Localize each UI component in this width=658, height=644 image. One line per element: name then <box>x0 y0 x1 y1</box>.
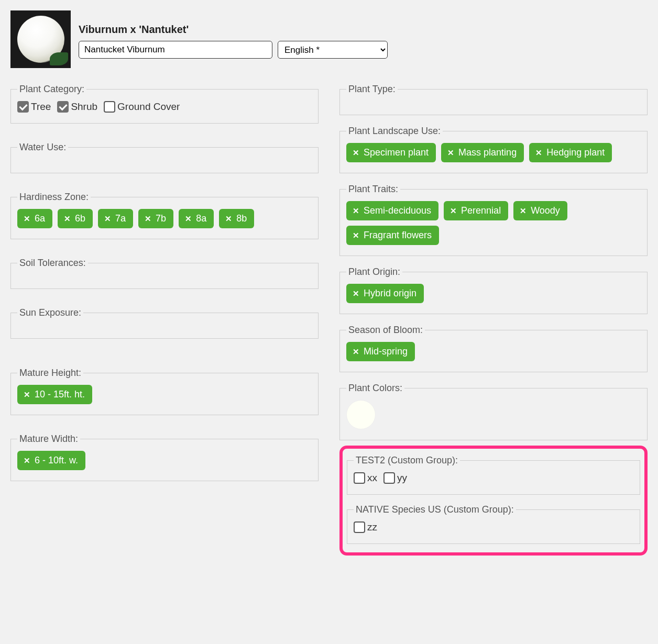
plant-type-legend: Plant Type: <box>346 84 398 95</box>
season-of-bloom-fieldset: Season of Bloom: ✕Mid-spring <box>339 325 648 372</box>
mature-height-legend: Mature Height: <box>17 368 83 379</box>
plant-category-fieldset: Plant Category: TreeShrubGround Cover <box>10 84 319 124</box>
landscape-use-tag[interactable]: ✕Mass planting <box>441 143 524 162</box>
plant-category-label: Ground Cover <box>117 101 180 113</box>
plant-colors-fieldset: Plant Colors: <box>339 383 648 440</box>
plant-category-checkbox[interactable] <box>17 101 29 113</box>
native-checkbox[interactable] <box>354 521 365 533</box>
custom-native-legend: NATIVE Species US (Custom Group): <box>354 504 516 515</box>
landscape-use-tag[interactable]: ✕Specimen plant <box>346 143 436 162</box>
plant-trait-tag[interactable]: ✕Fragrant flowers <box>346 226 439 245</box>
sun-exposure-legend: Sun Exposure: <box>17 307 83 318</box>
plant-thumbnail[interactable] <box>10 10 71 68</box>
remove-icon[interactable]: ✕ <box>353 348 359 356</box>
plant-origin-fieldset: Plant Origin: ✕Hybrid origin <box>339 267 648 314</box>
plant-category-checkbox[interactable] <box>57 101 69 113</box>
header: Viburnum x 'Nantuket' English * <box>10 10 648 68</box>
plant-origin-tag-label: Hybrid origin <box>364 288 416 299</box>
remove-icon[interactable]: ✕ <box>353 149 359 157</box>
hardiness-zone-tag[interactable]: ✕8b <box>219 209 254 228</box>
hardiness-zone-tag[interactable]: ✕8a <box>179 209 214 228</box>
custom-native-fieldset: NATIVE Species US (Custom Group): zz <box>347 504 640 544</box>
remove-icon[interactable]: ✕ <box>353 207 359 215</box>
hardiness-zone-tag[interactable]: ✕6b <box>58 209 93 228</box>
test2-checkbox[interactable] <box>383 472 395 484</box>
mature-height-tag-label: 10 - 15ft. ht. <box>35 389 85 400</box>
remove-icon[interactable]: ✕ <box>104 215 111 223</box>
hardiness-zone-tag-label: 6a <box>35 213 45 224</box>
soil-tolerances-fieldset: Soil Tolerances: <box>10 258 319 289</box>
native-label: zz <box>367 521 377 533</box>
plant-category-label: Shrub <box>71 101 97 113</box>
season-bloom-tag[interactable]: ✕Mid-spring <box>346 342 415 361</box>
plant-trait-tag-label: Fragrant flowers <box>364 230 432 241</box>
hardiness-zone-tag-label: 8b <box>236 213 247 224</box>
plant-category-option[interactable]: Shrub <box>57 101 97 113</box>
hardiness-zone-tag[interactable]: ✕7b <box>138 209 173 228</box>
plant-colors-legend: Plant Colors: <box>346 383 404 394</box>
plant-trait-tag[interactable]: ✕Semi-deciduous <box>346 201 438 220</box>
remove-icon[interactable]: ✕ <box>145 215 151 223</box>
remove-icon[interactable]: ✕ <box>24 215 30 223</box>
hardiness-zone-tag[interactable]: ✕7a <box>98 209 133 228</box>
landscape-use-tag-label: Mass planting <box>458 147 517 158</box>
hardiness-zone-tag-label: 6b <box>75 213 85 224</box>
plant-landscape-use-legend: Plant Landscape Use: <box>346 126 443 137</box>
soil-tolerances-legend: Soil Tolerances: <box>17 258 88 269</box>
color-swatch[interactable] <box>346 400 376 429</box>
plant-category-option[interactable]: Ground Cover <box>104 101 180 113</box>
remove-icon[interactable]: ✕ <box>520 207 527 215</box>
thumbnail-leaf <box>50 52 68 65</box>
sun-exposure-fieldset: Sun Exposure: <box>10 307 319 339</box>
remove-icon[interactable]: ✕ <box>353 290 359 297</box>
hardiness-zone-fieldset: Hardiness Zone: ✕6a✕6b✕7a✕7b✕8a✕8b <box>10 192 319 239</box>
landscape-use-tag[interactable]: ✕Hedging plant <box>529 143 612 162</box>
plant-origin-tag[interactable]: ✕Hybrid origin <box>346 284 424 303</box>
remove-icon[interactable]: ✕ <box>225 215 232 223</box>
season-of-bloom-legend: Season of Bloom: <box>346 325 425 336</box>
test2-option[interactable]: xx <box>354 472 377 484</box>
test2-checkbox[interactable] <box>354 472 365 484</box>
plant-category-checkbox[interactable] <box>104 101 115 113</box>
custom-test2-fieldset: TEST2 (Custom Group): xxyy <box>347 455 640 495</box>
plant-trait-tag[interactable]: ✕Perennial <box>444 201 508 220</box>
remove-icon[interactable]: ✕ <box>450 207 457 215</box>
test2-label: yy <box>397 472 407 484</box>
remove-icon[interactable]: ✕ <box>24 391 30 398</box>
plant-origin-legend: Plant Origin: <box>346 267 402 277</box>
mature-width-tag-label: 6 - 10ft. w. <box>35 455 78 466</box>
language-select[interactable]: English * <box>278 41 388 59</box>
plant-trait-tag[interactable]: ✕Woody <box>513 201 567 220</box>
plant-title: Viburnum x 'Nantuket' <box>79 24 648 36</box>
test2-option[interactable]: yy <box>383 472 407 484</box>
remove-icon[interactable]: ✕ <box>535 149 542 157</box>
plant-type-fieldset: Plant Type: <box>339 84 648 115</box>
landscape-use-tag-label: Hedging plant <box>546 147 605 158</box>
remove-icon[interactable]: ✕ <box>447 149 454 157</box>
custom-test2-legend: TEST2 (Custom Group): <box>354 455 460 466</box>
landscape-use-tag-label: Specimen plant <box>364 147 429 158</box>
remove-icon[interactable]: ✕ <box>24 457 30 464</box>
hardiness-zone-legend: Hardiness Zone: <box>17 192 91 203</box>
plant-category-option[interactable]: Tree <box>17 101 51 113</box>
remove-icon[interactable]: ✕ <box>64 215 71 223</box>
test2-label: xx <box>367 472 377 484</box>
plant-trait-tag-label: Perennial <box>461 205 501 216</box>
plant-traits-legend: Plant Traits: <box>346 184 400 195</box>
native-option[interactable]: zz <box>354 521 377 533</box>
remove-icon[interactable]: ✕ <box>353 231 359 239</box>
mature-width-tag[interactable]: ✕6 - 10ft. w. <box>17 451 85 470</box>
hardiness-zone-tag-label: 8a <box>196 213 206 224</box>
mature-height-tag[interactable]: ✕10 - 15ft. ht. <box>17 385 92 404</box>
custom-groups-highlight: TEST2 (Custom Group): xxyy NATIVE Specie… <box>339 446 648 556</box>
mature-height-fieldset: Mature Height: ✕10 - 15ft. ht. <box>10 368 319 415</box>
hardiness-zone-tag[interactable]: ✕6a <box>17 209 52 228</box>
water-use-legend: Water Use: <box>17 142 68 153</box>
plant-category-legend: Plant Category: <box>17 84 86 95</box>
common-name-input[interactable] <box>79 41 272 59</box>
mature-width-fieldset: Mature Width: ✕6 - 10ft. w. <box>10 434 319 481</box>
season-bloom-tag-label: Mid-spring <box>364 346 408 357</box>
remove-icon[interactable]: ✕ <box>185 215 192 223</box>
plant-trait-tag-label: Semi-deciduous <box>364 205 431 216</box>
hardiness-zone-tag-label: 7a <box>115 213 126 224</box>
